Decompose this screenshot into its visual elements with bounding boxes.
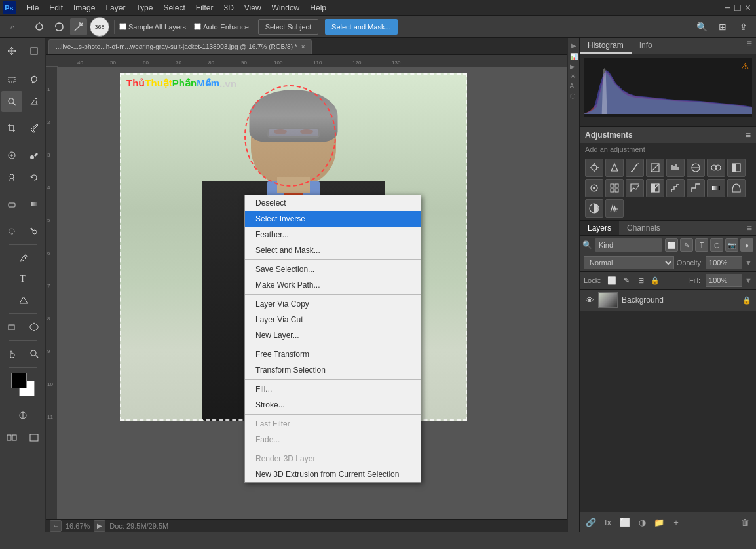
layer-mask-btn[interactable]: ⬜ [618, 515, 632, 529]
adj-vibrance[interactable] [666, 159, 685, 177]
ctx-new-layer[interactable]: New Layer... [245, 328, 421, 343]
eyedropper-tool[interactable] [24, 118, 45, 139]
adj-curves[interactable] [626, 159, 644, 177]
ctx-feather[interactable]: Feather... [245, 227, 421, 242]
adj-exposure[interactable] [646, 159, 664, 177]
frame-mode-btn[interactable] [1, 427, 22, 448]
text-icon[interactable]: A [570, 83, 578, 90]
full-screen-btn[interactable] [24, 427, 45, 448]
menu-window[interactable]: Window [267, 2, 305, 14]
histogram-icon[interactable]: 📊 [570, 53, 578, 60]
fill-value[interactable]: 100% [706, 274, 742, 287]
history-brush-tool[interactable] [24, 167, 45, 188]
adjust-icon[interactable]: ☀ [570, 73, 578, 80]
adj-channel-mixer[interactable] [605, 179, 624, 197]
menu-filter[interactable]: Filter [191, 2, 219, 14]
menu-3d[interactable]: 3D [218, 2, 238, 14]
auto-enhance-checkbox[interactable]: Auto-Enhance [194, 23, 249, 31]
ctx-save-selection[interactable]: Save Selection... [245, 261, 421, 277]
eraser-tool[interactable] [1, 194, 22, 215]
ctx-layer-via-cut[interactable]: Layer Via Cut [245, 312, 421, 328]
dodge-tool[interactable] [24, 221, 45, 242]
shape-tool[interactable] [1, 316, 22, 337]
ctx-make-work-path[interactable]: Make Work Path... [245, 277, 421, 293]
view-toggle-btn[interactable]: ⊞ [714, 18, 731, 35]
menu-view[interactable]: View [239, 2, 267, 14]
tab-histogram[interactable]: Histogram [580, 38, 632, 54]
tab-close-btn[interactable]: × [301, 43, 305, 50]
histogram-menu-icon[interactable]: ≡ [747, 38, 752, 54]
filter-adj-icon[interactable]: ✎ [680, 238, 693, 252]
lock-pos-icon[interactable]: ✎ [620, 274, 632, 286]
magic-wand-tool[interactable] [70, 18, 87, 35]
layer-background[interactable]: 👁 Background 🔒 [580, 290, 756, 311]
lock-artboard-icon[interactable]: ⊞ [635, 274, 647, 286]
adj-color-balance[interactable] [707, 159, 725, 177]
lock-pixel-icon[interactable]: ⬜ [606, 274, 618, 286]
opacity-arrow[interactable]: ▼ [745, 259, 752, 267]
menu-select[interactable]: Select [158, 2, 190, 14]
select-mask-button[interactable]: Select and Mask... [325, 19, 398, 35]
lasso-tool-sidebar[interactable] [24, 69, 45, 90]
zoom-tool[interactable] [24, 343, 45, 364]
layers-kind-input[interactable] [595, 238, 662, 252]
auto-enhance-input[interactable] [194, 23, 201, 30]
adj-layer-btn[interactable]: ◑ [635, 515, 649, 529]
menu-type[interactable]: Type [130, 2, 158, 14]
path-select-tool[interactable] [12, 290, 33, 311]
filter-shape-icon[interactable]: ⬡ [710, 238, 723, 252]
ctx-select-inverse[interactable]: Select Inverse [245, 211, 421, 227]
search-btn[interactable]: 🔍 [693, 18, 710, 35]
tab-channels[interactable]: Channels [619, 221, 668, 235]
lasso-tool[interactable] [50, 18, 67, 35]
group-layers-btn[interactable]: 📁 [652, 515, 666, 529]
select-subject-button[interactable]: Select Subject [258, 19, 318, 35]
clone-tool[interactable] [1, 167, 22, 188]
adj-threshold[interactable] [687, 179, 705, 197]
filter-pixel-icon[interactable]: ⬜ [665, 238, 678, 252]
marquee-tool[interactable] [1, 69, 22, 90]
adj-hsl[interactable] [687, 159, 705, 177]
layer-styles-btn[interactable]: fx [601, 515, 615, 529]
adj-photo-filter[interactable] [585, 179, 603, 197]
adj-shadows[interactable] [585, 199, 603, 218]
adj-bw[interactable] [727, 159, 746, 177]
menu-layer[interactable]: Layer [100, 2, 130, 14]
minimize-btn[interactable]: − [725, 2, 730, 14]
quick-select-tool[interactable] [1, 91, 22, 112]
text-tool[interactable]: T [12, 269, 33, 290]
sample-all-layers-input[interactable] [119, 23, 126, 30]
tab-layers[interactable]: Layers [580, 221, 619, 235]
menu-edit[interactable]: Edit [44, 2, 68, 14]
adj-brightness[interactable] [585, 159, 603, 177]
menu-image[interactable]: Image [68, 2, 100, 14]
sample-all-layers-checkbox[interactable]: Sample All Layers [119, 23, 186, 31]
artboard-tool[interactable] [24, 41, 45, 62]
new-layer-btn[interactable]: + [669, 515, 683, 529]
ctx-fill[interactable]: Fill... [245, 381, 421, 397]
adj-color-lookup[interactable] [626, 179, 644, 197]
gradient-tool[interactable] [24, 194, 45, 215]
layers-menu-icon[interactable]: ≡ [747, 221, 752, 235]
ctx-deselect[interactable]: Deselect [245, 195, 421, 211]
brush-tool-sidebar[interactable] [24, 145, 45, 166]
close-btn[interactable]: × [745, 2, 751, 14]
magic-select-tool[interactable] [24, 91, 45, 112]
color-swatch[interactable] [11, 373, 35, 396]
lock-all-icon[interactable]: 🔒 [649, 274, 661, 286]
collapse-icon[interactable]: ▶ [571, 42, 576, 49]
brush-size-indicator[interactable]: 368 [90, 17, 109, 37]
delete-layer-btn[interactable]: 🗑 [738, 515, 752, 529]
maximize-btn[interactable]: □ [734, 2, 741, 14]
adj-selective-color[interactable] [727, 179, 746, 197]
filter-active-icon[interactable]: ● [740, 238, 753, 252]
opacity-value[interactable]: 100% [706, 256, 742, 269]
menu-file[interactable]: File [21, 2, 44, 14]
ctx-new-3d-extrusion[interactable]: New 3D Extrusion from Current Selection [245, 466, 421, 482]
cache-warning-icon[interactable]: ⚠ [741, 61, 749, 71]
pen-tool[interactable] [12, 248, 33, 269]
layer-visibility-icon[interactable]: 👁 [584, 294, 595, 306]
filter-smart-icon[interactable]: 📷 [725, 238, 738, 252]
quick-mask-tool[interactable] [12, 405, 33, 426]
view-mode-btn[interactable]: ← [50, 520, 62, 532]
